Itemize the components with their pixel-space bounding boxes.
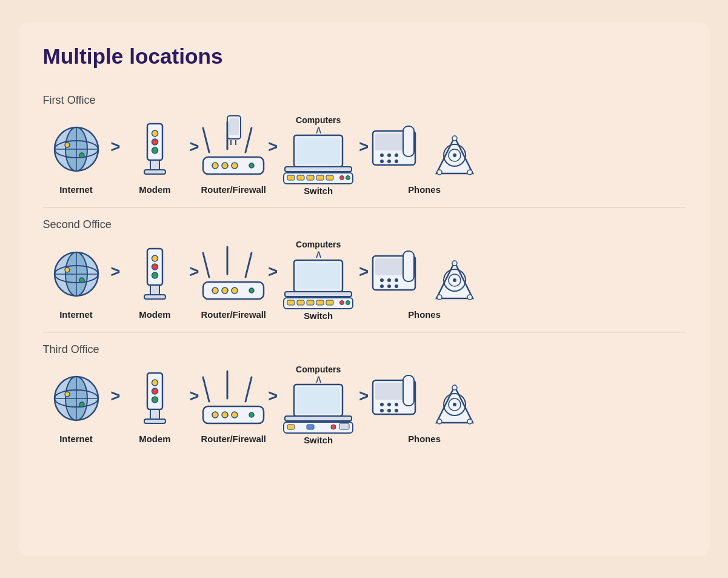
svg-line-114 <box>245 377 252 402</box>
svg-rect-29 <box>297 175 304 180</box>
svg-point-22 <box>232 163 238 169</box>
device-router-1: Router/Firewall <box>200 116 267 195</box>
svg-point-89 <box>380 284 384 288</box>
svg-point-116 <box>212 412 218 418</box>
svg-point-68 <box>212 287 218 294</box>
svg-point-117 <box>222 412 228 418</box>
svg-point-70 <box>232 287 238 294</box>
svg-line-64 <box>203 253 209 277</box>
modem-icon-3 <box>124 365 185 432</box>
arrow-1-3: > <box>268 137 278 173</box>
modem-icon-1 <box>124 116 185 183</box>
svg-point-23 <box>249 163 254 168</box>
router-icon-1 <box>203 116 264 183</box>
phones-icon-3 <box>370 365 479 432</box>
svg-point-105 <box>79 402 84 407</box>
svg-rect-111 <box>144 419 165 423</box>
modem-icon-2 <box>124 241 185 307</box>
svg-rect-127 <box>339 423 349 429</box>
chevron-up-3: ∧ <box>315 374 322 385</box>
device-internet-2: Internet <box>43 241 110 320</box>
svg-point-135 <box>387 409 391 412</box>
svg-point-47 <box>453 153 456 157</box>
svg-point-107 <box>152 380 158 386</box>
arrow-3-3: > <box>268 386 278 423</box>
svg-rect-26 <box>285 167 352 172</box>
switch-label-2: Switch <box>304 311 333 321</box>
svg-point-118 <box>232 412 238 418</box>
svg-point-6 <box>79 153 84 158</box>
office-label-first: First Office <box>43 94 686 107</box>
phones-label-2: Phones <box>408 310 441 320</box>
router-label-1: Router/Firewall <box>201 185 266 195</box>
arrow-1-4: > <box>359 137 369 173</box>
svg-rect-37 <box>403 126 414 156</box>
svg-rect-125 <box>307 425 314 429</box>
svg-point-81 <box>340 300 344 304</box>
svg-point-9 <box>152 130 158 136</box>
svg-point-42 <box>387 160 391 163</box>
switch-label-3: Switch <box>304 435 333 445</box>
device-modem-2: Modem <box>121 241 188 320</box>
svg-point-108 <box>152 388 158 394</box>
svg-point-133 <box>395 403 398 406</box>
svg-point-97 <box>467 295 472 300</box>
svg-point-86 <box>380 278 384 282</box>
svg-point-71 <box>249 288 254 293</box>
svg-point-119 <box>249 412 254 417</box>
svg-point-96 <box>437 295 442 300</box>
phones-label-1: Phones <box>408 185 441 195</box>
svg-rect-78 <box>307 300 314 305</box>
svg-rect-76 <box>287 300 295 305</box>
arrow-1-1: > <box>111 137 121 173</box>
svg-rect-129 <box>375 383 403 400</box>
main-card: Multiple locations First Office <box>19 22 710 556</box>
computers-switch-1: Computers ∧ <box>279 115 358 197</box>
internet-icon-1 <box>46 116 107 183</box>
svg-point-48 <box>437 170 442 175</box>
svg-line-66 <box>245 253 252 277</box>
svg-point-90 <box>387 284 391 288</box>
router-label-3: Router/Firewall <box>201 434 266 444</box>
computers-switch-2: Computers ∧ <box>279 240 358 321</box>
page-title: Multiple locations <box>43 44 686 69</box>
internet-label-3: Internet <box>59 434 93 444</box>
device-router-3: Router/Firewall <box>200 365 267 444</box>
device-phones-1: Phones <box>370 116 479 195</box>
svg-point-59 <box>152 255 158 261</box>
svg-rect-73 <box>296 263 340 289</box>
svg-rect-124 <box>287 425 295 429</box>
svg-point-5 <box>65 143 70 147</box>
network-row-second: Internet > Modem > <box>43 240 686 321</box>
svg-point-95 <box>453 278 456 282</box>
network-row-third: Internet > Modem > <box>43 365 686 446</box>
modem-label-2: Modem <box>139 310 170 320</box>
internet-label-2: Internet <box>59 310 93 320</box>
svg-rect-80 <box>326 300 333 305</box>
svg-rect-85 <box>403 251 414 281</box>
svg-point-10 <box>152 139 158 145</box>
svg-point-140 <box>453 403 456 406</box>
device-phones-3: Phones <box>370 365 479 444</box>
svg-point-143 <box>452 385 457 390</box>
svg-point-41 <box>380 160 384 163</box>
router-icon-2 <box>203 241 264 307</box>
internet-label-1: Internet <box>59 185 93 195</box>
svg-line-112 <box>203 377 209 402</box>
modem-label-1: Modem <box>139 185 170 195</box>
svg-point-131 <box>380 403 384 406</box>
svg-rect-36 <box>375 133 403 150</box>
svg-point-109 <box>152 397 158 403</box>
svg-point-39 <box>387 153 391 157</box>
svg-rect-13 <box>144 170 165 174</box>
svg-point-132 <box>387 403 391 406</box>
internet-icon-3 <box>46 365 107 432</box>
svg-point-43 <box>395 160 398 163</box>
internet-icon-2 <box>46 241 107 307</box>
phones-label-3: Phones <box>408 434 441 444</box>
chevron-up-1: ∧ <box>315 125 322 136</box>
svg-rect-15 <box>229 118 239 135</box>
arrow-2-1: > <box>111 262 121 298</box>
office-section-second: Second Office Internet > <box>43 207 686 327</box>
switch-label-1: Switch <box>304 186 333 196</box>
